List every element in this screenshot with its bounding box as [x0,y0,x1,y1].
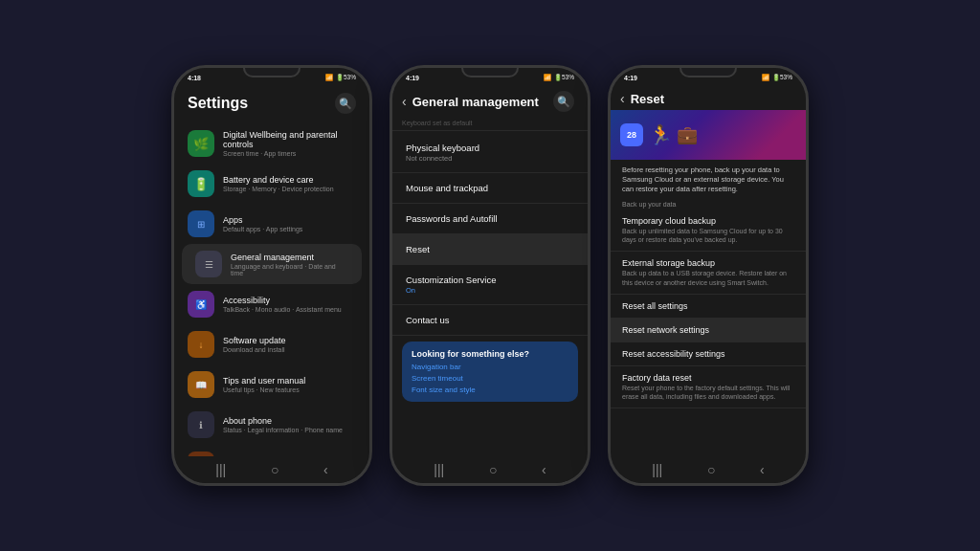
reset-item-external-storage[interactable]: External storage backup Back up data to … [611,252,806,294]
settings-item-apps[interactable]: ⊞ Apps Default apps · App settings ➜ [174,204,369,244]
physical-keyboard-title: Physical keyboard [406,143,574,153]
time-1: 4:18 [188,75,201,81]
about-phone-icon: ℹ [188,411,214,438]
reset-item-factory-reset[interactable]: Factory data reset Reset your phone to t… [611,366,806,408]
settings-item-accessibility[interactable]: ♿ Accessibility TalkBack · Mono audio · … [174,284,369,324]
menu-item-physical-keyboard[interactable]: Physical keyboard Not connected [392,133,588,173]
status-icons-1: 📶 🔋53% [325,74,356,81]
settings-item-software-update[interactable]: ↓ Software update Download and install [174,324,369,364]
customization-title: Customization Service [406,275,574,285]
factory-reset-title: Factory data reset [622,373,794,383]
software-update-icon: ↓ [188,331,214,358]
all-settings-title: Reset all settings [622,301,794,311]
general-mgmt-list: Physical keyboard Not connected Mouse an… [392,131,588,456]
nav-recents-1[interactable]: ||| [215,462,226,477]
scroll-indicator: Keyboard set as default [392,116,588,131]
phone-3: 4:19 📶 🔋53% ‹ Reset 28 🏃 💼 [608,65,809,486]
search-button-2[interactable]: 🔍 [553,91,574,112]
reset-items-list: Temporary cloud backup Back up unlimited… [611,209,806,456]
page-title-3: Reset [631,92,792,106]
reset-item-all-settings[interactable]: Reset all settings ➜ [611,295,806,319]
time-2: 4:19 [406,75,419,81]
screen-1: 4:18 📶 🔋53% Settings 🔍 🌿 Digital Wellbei… [174,68,369,483]
screen-3: 4:19 📶 🔋53% ‹ Reset 28 🏃 💼 [611,68,806,483]
accessibility-icon: ♿ [188,291,214,318]
suggestion-screen-timeout[interactable]: Screen timeout [412,374,568,383]
customization-sub: On [406,286,574,295]
tips-icon: 📖 [188,371,214,398]
passwords-title: Passwords and Autofill [406,213,574,224]
reset-item-accessibility-settings[interactable]: Reset accessibility settings [611,342,806,366]
nav-header-2: ‹ General management 🔍 [392,83,588,116]
settings-item-digital-wellbeing[interactable]: 🌿 Digital Wellbeing and parental control… [174,123,369,164]
physical-keyboard-sub: Not connected [406,154,574,163]
reset-info-text: Before resetting your phone, back up you… [611,160,806,197]
battery-sub: Storage · Memory · Device protection [223,186,356,192]
menu-item-reset[interactable]: Reset ➜ [392,234,588,265]
external-storage-title: External storage backup [622,258,794,268]
accessibility-sub: TalkBack · Mono audio · Assistant menu [223,306,356,313]
nav-back-1[interactable]: ‹ [323,462,328,477]
settings-title: Settings [188,95,248,112]
temp-cloud-title: Temporary cloud backup [622,216,794,226]
bottom-nav-2: ||| ○ ‹ [392,456,588,483]
digital-wellbeing-icon: 🌿 [188,130,214,157]
settings-item-general-management[interactable]: ☰ General management Language and keyboa… [182,244,362,284]
settings-header: Settings 🔍 [174,83,369,120]
menu-item-passwords[interactable]: Passwords and Autofill [392,204,588,234]
nav-recents-2[interactable]: ||| [434,462,444,477]
phone-1: 4:18 📶 🔋53% Settings 🔍 🌿 Digital Wellbei… [171,65,372,486]
reset-item-temp-cloud[interactable]: Temporary cloud backup Back up unlimited… [611,209,806,252]
external-storage-sub: Back up data to a USB storage device. Re… [622,269,794,286]
suggestion-title: Looking for something else? [412,349,568,359]
developer-icon: {} [188,452,214,456]
status-icons-3: 📶 🔋53% [762,74,792,81]
suggestion-font-size[interactable]: Font size and style [412,386,568,394]
menu-item-customization[interactable]: Customization Service On [392,265,588,305]
apps-icon: ⊞ [188,210,214,237]
suggestion-nav-bar[interactable]: Navigation bar [412,363,568,371]
reset-item-network-settings[interactable]: Reset network settings [611,319,806,342]
phone-frame-3: 4:19 📶 🔋53% ‹ Reset 28 🏃 💼 [608,65,809,486]
settings-item-tips[interactable]: 📖 Tips and user manual Useful tips · New… [174,364,369,405]
suggestion-box: Looking for something else? Navigation b… [402,342,578,402]
accessibility-settings-title: Reset accessibility settings [622,349,794,359]
nav-home-2[interactable]: ○ [489,462,497,477]
general-mgmt-sub: Language and keyboard · Date and time [231,263,348,276]
nav-back-3[interactable]: ‹ [760,462,765,477]
nav-home-1[interactable]: ○ [271,462,278,477]
bottom-nav-1: ||| ○ ‹ [174,456,369,483]
notch-2 [461,68,519,77]
nav-recents-3[interactable]: ||| [652,462,662,477]
network-settings-title: Reset network settings [622,325,794,335]
apps-sub: Default apps · App settings [223,226,356,232]
battery-title: Battery and device care [223,175,356,185]
search-button-1[interactable]: 🔍 [335,93,356,114]
phone-2: 4:19 📶 🔋53% ‹ General management 🔍 Keybo… [390,65,590,486]
banner-bg: 28 🏃 💼 [611,110,806,160]
nav-back-2[interactable]: ‹ [542,462,546,477]
contact-us-title: Contact us [406,315,574,325]
menu-item-mouse-trackpad[interactable]: Mouse and trackpad [392,173,588,204]
nav-home-3[interactable]: ○ [707,462,715,477]
nav-header-3: ‹ Reset [611,83,806,110]
red-arrow-1: ➜ [365,233,369,264]
about-phone-title: About phone [223,416,356,426]
battery-icon: 🔋 [188,170,214,197]
factory-reset-sub: Reset your phone to the factory default … [622,384,794,401]
digital-wellbeing-title: Digital Wellbeing and parental controls [223,130,356,149]
back-button-2[interactable]: ‹ [402,94,407,109]
back-button-3[interactable]: ‹ [620,91,625,106]
settings-item-developer[interactable]: {} Developer options Developer options [174,445,369,456]
phone-frame-1: 4:18 📶 🔋53% Settings 🔍 🌿 Digital Wellbei… [171,65,372,486]
settings-item-about-phone[interactable]: ℹ About phone Status · Legal information… [174,405,369,445]
reset-banner: 28 🏃 💼 [611,110,806,160]
time-3: 4:19 [624,75,637,81]
mouse-trackpad-title: Mouse and trackpad [406,183,574,193]
menu-item-contact-us[interactable]: Contact us [392,305,588,336]
reset-section-label: Back up your data [611,197,806,209]
temp-cloud-sub: Back up unlimited data to Samsung Cloud … [622,227,794,244]
banner-decoration: 💼 [677,124,698,145]
settings-item-battery[interactable]: 🔋 Battery and device care Storage · Memo… [174,164,369,204]
running-figure: 🏃 [649,123,673,146]
